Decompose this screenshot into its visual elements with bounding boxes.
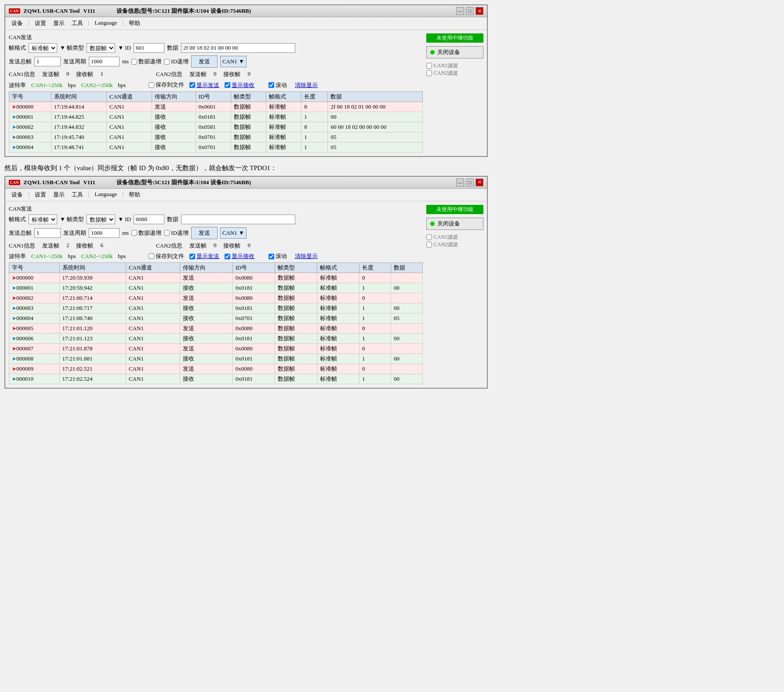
title-bar-1: CAN ZQWL USB-CAN Tool V111 设备信息(型号:5C121… [5, 5, 487, 17]
frame-type-select-1[interactable]: 数据帧 [87, 43, 115, 53]
left-content-1: CAN发送 帧格式 标准帧 ▼ 帧类型 数据帧 ▼ ID 数据 [9, 33, 423, 153]
close-button-1[interactable]: ✕ [475, 7, 483, 15]
th-ftype-1: 帧类型 [231, 91, 266, 102]
frame-type-label-1: ▼ 帧类型 [60, 44, 84, 52]
scroll-checkbox-2[interactable]: 滚动 [269, 252, 287, 260]
data-inc-checkbox-2[interactable]: 数据递增 [131, 229, 161, 237]
th-id-2: ID号 [232, 263, 275, 273]
title-left-2: CAN ZQWL USB-CAN Tool V111 设备信息(型号:5C121… [9, 178, 251, 186]
th-dir-1: 传输方向 [152, 91, 196, 102]
data-table-1: 字号 系统时间 CAN通道 传输方向 ID号 帧类型 帧格式 长度 数据 [9, 91, 423, 153]
data-inc-checkbox-1[interactable]: 数据递增 [131, 58, 161, 66]
can1-baud-2: CAN1->250k [31, 253, 63, 260]
table-header-row-2: 字号 系统时间 CAN通道 传输方向 ID号 帧类型 帧格式 长度 数据 [9, 263, 423, 273]
th-ffmt-2: 帧格式 [317, 263, 359, 273]
save-file-checkbox-2[interactable]: 保存到文件 [149, 252, 184, 260]
can-logo-1: CAN [9, 8, 20, 14]
frame-type-select-2[interactable]: 数据帧 [87, 215, 115, 224]
clear-btn-1[interactable]: 清除显示 [295, 81, 318, 89]
can1-send-val-1: 0 [66, 70, 69, 78]
can-send-label-2: CAN发送 [9, 205, 423, 213]
th-len-2: 长度 [359, 263, 391, 273]
window1: CAN ZQWL USB-CAN Tool V111 设备信息(型号:5C121… [4, 4, 488, 157]
id-label-1: ▼ ID [118, 44, 131, 51]
menu-language-1[interactable]: Language [92, 18, 120, 28]
period-input-1[interactable] [89, 57, 120, 66]
frame-format-select-1[interactable]: 标准帧 [29, 43, 57, 53]
menu-settings-2[interactable]: 设置 [32, 190, 49, 200]
can2-info-label-1: CAN2信息 [156, 70, 182, 78]
close-button-2[interactable]: ✕ [475, 178, 483, 186]
id-inc-checkbox-2[interactable]: ID递增 [164, 229, 189, 237]
table-row: ➤000002 17:21:00.714 CAN1 发送 0x0080 数据帧 … [9, 293, 423, 303]
table-row: ➤000004 17:21:00.740 CAN1 接收 0x0701 数据帧 … [9, 313, 423, 324]
menu-tools-2[interactable]: 工具 [69, 190, 86, 200]
send-row2-1: 发送总帧 发送周期 ms 数据递增 ID递增 发送 CAN1 ▼ [9, 55, 423, 68]
table-row: ➤000000 17:20:59.939 CAN1 发送 0x0080 数据帧 … [9, 273, 423, 283]
title-buttons-2: — □ ✕ [456, 178, 483, 186]
menu-help-1[interactable]: 帮助 [126, 18, 143, 28]
th-time-1: 系统时间 [51, 91, 106, 102]
id-inc-checkbox-1[interactable]: ID递增 [164, 58, 189, 66]
show-recv-checkbox-2[interactable]: 显示接收 [225, 252, 254, 260]
can2-filter-label-1[interactable]: CAN2滤波 [426, 69, 483, 77]
filter-group-1: CAN1滤波 CAN2滤波 [426, 62, 483, 77]
device-button-2[interactable]: 关闭设备 [426, 218, 483, 230]
frame-format-label-2: 帧格式 [9, 215, 26, 223]
can1-filter-label-1[interactable]: CAN1滤波 [426, 62, 483, 69]
menu-device-1[interactable]: 设备 [9, 18, 25, 28]
id-input-2[interactable] [134, 215, 164, 224]
send-button-2[interactable]: 发送 [191, 227, 218, 239]
id-input-1[interactable] [134, 43, 164, 53]
show-send-checkbox-2[interactable]: 显示发送 [189, 252, 219, 260]
title-left-1: CAN ZQWL USB-CAN Tool V111 设备信息(型号:5C121… [9, 7, 251, 15]
menu-language-2[interactable]: Language [92, 190, 120, 200]
device-button-1[interactable]: 关闭设备 [426, 46, 483, 58]
menu-tools-1[interactable]: 工具 [69, 18, 86, 28]
main-layout-2: CAN发送 帧格式 标准帧 ▼ 帧类型 数据帧 ▼ ID 数据 [9, 205, 483, 385]
can2-info-2: CAN2信息 发送帧 0 接收帧 0 [156, 242, 250, 250]
save-file-checkbox-1[interactable]: 保存到文件 [149, 81, 184, 89]
maximize-button-1[interactable]: □ [466, 7, 474, 15]
minimize-button-1[interactable]: — [456, 7, 464, 15]
period-input-2[interactable] [89, 228, 120, 238]
menu-settings-1[interactable]: 设置 [32, 18, 49, 28]
show-send-checkbox-1[interactable]: 显示发送 [189, 81, 219, 89]
can1-info-label-2: CAN1信息 [9, 242, 35, 250]
send-row1-2: 帧格式 标准帧 ▼ 帧类型 数据帧 ▼ ID 数据 [9, 215, 423, 224]
th-len-1: 长度 [301, 91, 328, 102]
send-button-1[interactable]: 发送 [191, 55, 218, 68]
can-select-1[interactable]: CAN1 ▼ [220, 56, 247, 67]
minimize-button-2[interactable]: — [456, 178, 464, 186]
data-input-2[interactable] [181, 215, 295, 224]
total-frames-input-1[interactable] [34, 57, 61, 66]
menu-help-2[interactable]: 帮助 [126, 190, 143, 200]
status-dot-1 [430, 50, 435, 55]
can2-filter-label-2[interactable]: CAN2滤波 [426, 241, 483, 248]
maximize-button-2[interactable]: □ [466, 178, 474, 186]
show-recv-checkbox-1[interactable]: 显示接收 [225, 81, 254, 89]
clear-btn-2[interactable]: 清除显示 [295, 252, 318, 260]
send-row2-2: 发送总帧 发送周期 ms 数据递增 ID递增 发送 CAN1 ▼ [9, 227, 423, 239]
th-channel-1: CAN通道 [107, 91, 152, 102]
device-btn-label-1: 关闭设备 [437, 48, 460, 56]
can1-recv-val-1: 1 [100, 70, 103, 78]
title-bar-2: CAN ZQWL USB-CAN Tool V111 设备信息(型号:5C121… [5, 177, 487, 189]
frame-format-select-2[interactable]: 标准帧 [29, 215, 57, 224]
scroll-checkbox-1[interactable]: 滚动 [269, 81, 287, 89]
menu-display-1[interactable]: 显示 [51, 18, 67, 28]
can-select-2[interactable]: CAN1 ▼ [220, 227, 247, 239]
th-time-2: 系统时间 [59, 263, 126, 273]
id-label-2: ▼ ID [118, 216, 131, 223]
data-input-1[interactable] [181, 43, 295, 53]
can2-recv-label-2: 接收帧 [223, 242, 240, 250]
can-logo-2: CAN [9, 180, 20, 185]
can1-filter-text-1: CAN1滤波 [434, 62, 458, 69]
can1-filter-label-2[interactable]: CAN1滤波 [426, 233, 483, 241]
menu-device-2[interactable]: 设备 [9, 190, 25, 200]
total-frames-input-2[interactable] [34, 228, 61, 238]
can1-baud-1: CAN1->250k [31, 82, 63, 89]
table-row: ➤000005 17:21:01.120 CAN1 发送 0x0080 数据帧 … [9, 324, 423, 334]
can2-baud-1: CAN2->250k [81, 82, 113, 89]
menu-display-2[interactable]: 显示 [51, 190, 67, 200]
